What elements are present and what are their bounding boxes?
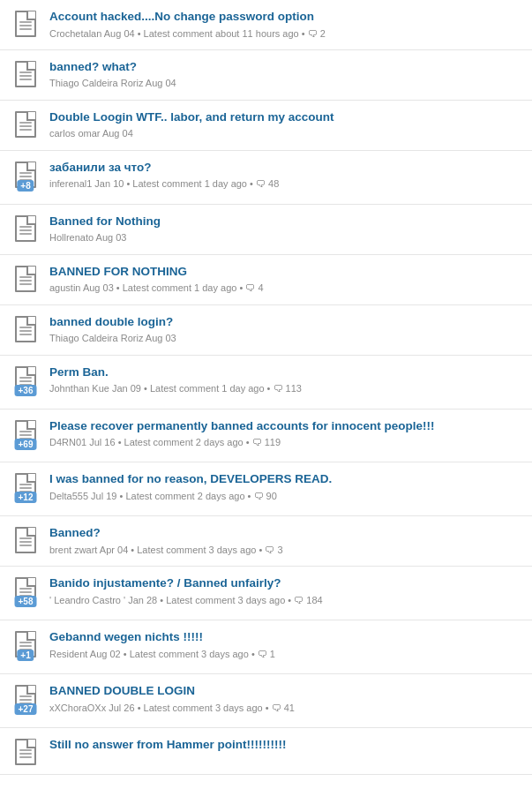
document-icon [15, 316, 36, 342]
document-icon [15, 61, 36, 87]
thread-content: забанили за что?inferenal1 Jan 10 • Late… [44, 160, 525, 192]
thread-content: BANNED DOUBLE LOGINxXChoraOXx Jul 26 • L… [44, 683, 525, 715]
thread-item: +69Please recover permanently banned acc… [0, 410, 532, 463]
vote-badge: +8 [17, 180, 34, 192]
comment-count: 🗨 184 [294, 595, 322, 605]
thread-content: Banido injustamente? / Banned unfairly?'… [44, 575, 525, 607]
document-icon [15, 11, 36, 37]
thread-title[interactable]: I was banned for no reason, DEVELOPERS R… [49, 471, 525, 487]
vote-badge: +36 [15, 385, 37, 396]
thread-item: BANNED FOR NOTHINGagustin Aug 03 • Lates… [0, 255, 532, 305]
thread-title[interactable]: banned double login? [49, 314, 525, 330]
comment-count: 🗨 119 [252, 437, 281, 447]
thread-title[interactable]: BANNED FOR NOTHING [49, 264, 525, 280]
document-icon [15, 111, 36, 138]
thread-icon-area [7, 11, 44, 37]
vote-badge: +12 [15, 492, 37, 503]
thread-icon-area: +1 [7, 631, 44, 657]
thread-item: Account hacked....No change password opt… [0, 0, 532, 50]
vote-badge: +27 [15, 703, 37, 715]
comment-count: 🗨 48 [256, 178, 279, 189]
thread-title[interactable]: Please recover permanently banned accoun… [49, 418, 525, 434]
vote-badge: +1 [17, 650, 34, 661]
comment-count: 🗨 4 [245, 282, 263, 293]
thread-meta: Hollrenato Aug 03 [49, 231, 525, 244]
document-icon [15, 739, 36, 765]
thread-meta: Thiago Caldeira Roriz Aug 03 [49, 332, 525, 345]
thread-title[interactable]: Gebannd wegen nichts !!!!! [49, 629, 525, 645]
thread-icon-area [7, 266, 44, 292]
thread-icon-area: +69 [7, 420, 44, 447]
comment-count: 🗨 2 [308, 28, 326, 39]
thread-icon-area: +36 [7, 366, 44, 393]
thread-item: +1Gebannd wegen nichts !!!!!Resident Aug… [0, 620, 532, 674]
thread-item: Banned for NothingHollrenato Aug 03 [0, 205, 532, 255]
thread-meta: Johnthan Kue Jan 09 • Latest comment 1 d… [49, 382, 525, 395]
thread-icon-area [7, 61, 44, 87]
thread-item: banned double login?Thiago Caldeira Rori… [0, 305, 532, 356]
thread-content: Banned for NothingHollrenato Aug 03 [44, 214, 525, 245]
thread-meta: Resident Aug 02 • Latest comment 3 days … [49, 648, 525, 661]
thread-item: +12I was banned for no reason, DEVELOPER… [0, 462, 532, 516]
thread-title[interactable]: Banido injustamente? / Banned unfairly? [49, 575, 525, 591]
thread-meta: xXChoraOXx Jul 26 • Latest comment 3 day… [49, 702, 525, 715]
thread-meta: Delta555 Jul 19 • Latest comment 2 days … [49, 490, 525, 503]
thread-icon-area: +8 [7, 162, 44, 188]
thread-title[interactable]: забанили за что? [49, 160, 525, 176]
thread-icon-area [7, 739, 44, 765]
thread-meta: inferenal1 Jan 10 • Latest comment 1 day… [49, 177, 525, 191]
comment-count: 🗨 90 [254, 491, 277, 501]
thread-content: I was banned for no reason, DEVELOPERS R… [44, 471, 525, 503]
thread-content: Still no answer from Hammer point!!!!!!!… [44, 737, 525, 755]
thread-item: Banned?brent zwart Apr 04 • Latest comme… [0, 516, 532, 567]
thread-meta: carlos omar Aug 04 [49, 127, 525, 140]
thread-item: +36Perm Ban.Johnthan Kue Jan 09 • Latest… [0, 356, 532, 410]
thread-icon-area: +58 [7, 577, 44, 604]
document-icon [15, 266, 36, 292]
vote-badge: +58 [15, 596, 37, 607]
thread-title[interactable]: BANNED DOUBLE LOGIN [49, 683, 525, 699]
thread-meta: D4RN01 Jul 16 • Latest comment 2 days ag… [49, 436, 525, 449]
thread-meta: Crochetalan Aug 04 • Latest comment abou… [49, 27, 525, 41]
vote-badge: +69 [15, 439, 37, 450]
thread-meta: agustin Aug 03 • Latest comment 1 day ag… [49, 282, 525, 295]
thread-content: Please recover permanently banned accoun… [44, 418, 525, 450]
comment-count: 🗨 1 [258, 649, 275, 659]
thread-content: Banned?brent zwart Apr 04 • Latest comme… [44, 525, 525, 557]
comment-count: 🗨 3 [265, 545, 282, 555]
thread-item: +27BANNED DOUBLE LOGINxXChoraOXx Jul 26 … [0, 674, 532, 728]
thread-content: banned double login?Thiago Caldeira Rori… [44, 314, 525, 346]
thread-list: Account hacked....No change password opt… [0, 0, 532, 775]
thread-item: banned? what?Thiago Caldeira Roriz Aug 0… [0, 50, 532, 101]
thread-icon-area [7, 111, 44, 138]
thread-icon-area: +27 [7, 685, 44, 711]
comment-count: 🗨 41 [272, 703, 295, 713]
thread-item: Still no answer from Hammer point!!!!!!!… [0, 728, 532, 775]
thread-title[interactable]: Banned for Nothing [49, 214, 525, 229]
thread-content: Double Loogin WTF.. labor, and return my… [44, 109, 525, 141]
thread-icon-area [7, 316, 44, 342]
thread-item: Double Loogin WTF.. labor, and return my… [0, 101, 532, 151]
document-icon [15, 527, 36, 553]
thread-meta: brent zwart Apr 04 • Latest comment 3 da… [49, 544, 525, 557]
thread-icon-area [7, 527, 44, 553]
thread-content: Perm Ban.Johnthan Kue Jan 09 • Latest co… [44, 364, 525, 396]
thread-title[interactable]: Banned? [49, 525, 525, 541]
thread-title[interactable]: Double Loogin WTF.. labor, and return my… [49, 109, 525, 125]
thread-icon-area: +12 [7, 473, 44, 500]
thread-item: +8забанили за что?inferenal1 Jan 10 • La… [0, 151, 532, 205]
thread-meta: Thiago Caldeira Roriz Aug 04 [49, 77, 525, 90]
thread-title[interactable]: Still no answer from Hammer point!!!!!!!… [49, 737, 525, 753]
thread-title[interactable]: Account hacked....No change password opt… [49, 9, 525, 25]
comment-count: 🗨 113 [273, 383, 302, 394]
thread-content: Gebannd wegen nichts !!!!!Resident Aug 0… [44, 629, 525, 661]
thread-meta: ' Leandro Castro ' Jan 28 • Latest comme… [49, 594, 525, 607]
thread-icon-area [7, 215, 44, 242]
thread-title[interactable]: Perm Ban. [49, 364, 525, 380]
thread-content: Account hacked....No change password opt… [44, 9, 525, 41]
thread-content: BANNED FOR NOTHINGagustin Aug 03 • Lates… [44, 264, 525, 296]
thread-item: +58Banido injustamente? / Banned unfairl… [0, 567, 532, 620]
thread-content: banned? what?Thiago Caldeira Roriz Aug 0… [44, 59, 525, 91]
document-icon [15, 215, 36, 242]
thread-title[interactable]: banned? what? [49, 59, 525, 75]
